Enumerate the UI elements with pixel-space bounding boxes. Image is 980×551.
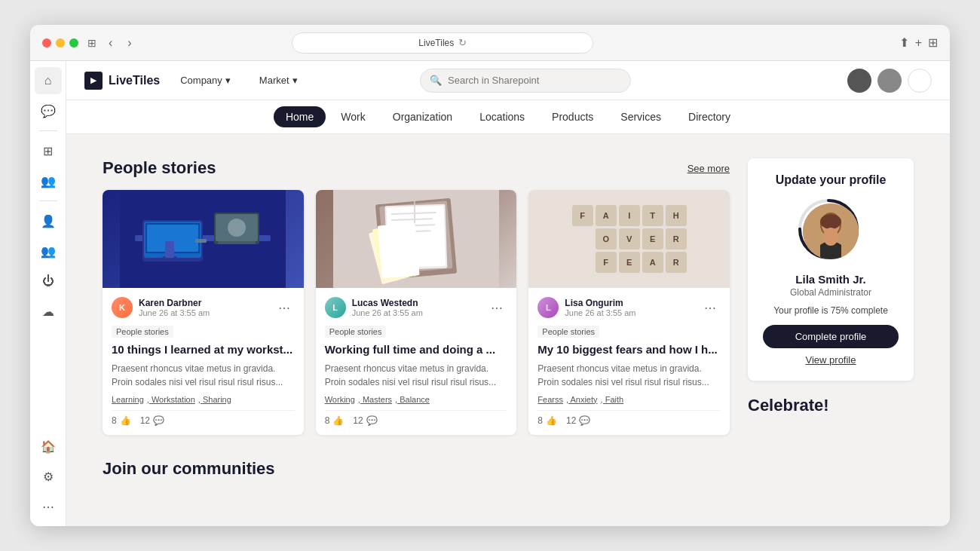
browser-toolbar: ⊞ ‹ › LiveTiles ↻ ⬆ + ⊞ bbox=[30, 25, 950, 61]
card-tag-faith[interactable]: , Faith bbox=[601, 395, 624, 404]
logo-area: ▶ LiveTiles bbox=[84, 72, 160, 90]
card-author-2: L Lucas Westedn June 26 at 3:55 am ⋯ bbox=[325, 297, 508, 318]
card-tag-fearss[interactable]: Fearss bbox=[537, 395, 563, 404]
faith-tile-E2: E bbox=[619, 252, 640, 273]
card-more-button-3[interactable]: ⋯ bbox=[700, 299, 721, 317]
sidebar-item-person[interactable]: 👤 bbox=[35, 207, 62, 234]
chevron-down-icon: ▾ bbox=[225, 75, 231, 86]
avatar-1[interactable] bbox=[847, 69, 871, 93]
logo-icon: ▶ bbox=[84, 72, 103, 90]
card-more-button-2[interactable]: ⋯ bbox=[486, 299, 507, 317]
company-button[interactable]: Company ▾ bbox=[172, 71, 239, 90]
card-tag-anxiety[interactable]: , Anxiety bbox=[566, 395, 598, 404]
reload-icon: ↻ bbox=[458, 37, 467, 48]
back-button[interactable]: ‹ bbox=[106, 33, 115, 53]
sidebar-item-power[interactable]: ⏻ bbox=[35, 268, 62, 295]
share-button[interactable]: ⬆ bbox=[899, 35, 909, 50]
nav-item-locations[interactable]: Locations bbox=[467, 106, 537, 127]
sidebar-item-community[interactable]: 🏠 bbox=[35, 433, 62, 460]
avatar-2[interactable] bbox=[877, 69, 902, 93]
sidebar-item-cloud[interactable]: ☁ bbox=[35, 298, 62, 325]
faith-tile-R: R bbox=[666, 228, 687, 249]
author-name-1: Karen Darbner bbox=[139, 298, 268, 308]
forward-button[interactable]: › bbox=[124, 33, 134, 53]
svg-rect-11 bbox=[195, 239, 207, 243]
card-likes-3: 8 👍 bbox=[537, 415, 557, 426]
comment-icon-3[interactable]: 💬 bbox=[579, 415, 590, 426]
sidebar-item-more[interactable]: ⋯ bbox=[35, 493, 62, 520]
card-tags-3: Fearss , Anxiety , Faith bbox=[537, 395, 721, 404]
nav-item-products[interactable]: Products bbox=[540, 106, 605, 127]
extensions-button[interactable]: ⊞ bbox=[928, 35, 938, 50]
card-tag-learning[interactable]: Learning bbox=[112, 395, 144, 404]
svg-rect-25 bbox=[378, 222, 420, 278]
see-more-link[interactable]: See more bbox=[688, 163, 730, 174]
author-info-1: Karen Darbner June 26 at 3:55 am bbox=[139, 298, 268, 317]
people-stories-title: People stories bbox=[103, 158, 216, 178]
svg-rect-12 bbox=[218, 241, 256, 244]
author-date-3: June 26 at 3:55 am bbox=[565, 308, 694, 317]
card-tag-workstation[interactable]: , Workstation bbox=[147, 395, 195, 404]
faith-tiles: F A I T H O V E R bbox=[572, 205, 687, 273]
sidebar-item-home[interactable]: ⌂ bbox=[35, 67, 62, 94]
sidebar-item-teams[interactable]: 👥 bbox=[35, 167, 62, 194]
celebrate-section: Celebrate! bbox=[748, 396, 914, 415]
card-tag-sharing[interactable]: , Sharing bbox=[198, 395, 231, 404]
card-image-3: F A I T H O V E R bbox=[528, 190, 730, 288]
faith-tile-F: F bbox=[572, 205, 593, 226]
like-icon-1[interactable]: 👍 bbox=[120, 415, 131, 426]
nav-items: Home Work Organization Locations Product… bbox=[262, 100, 755, 133]
card-more-button-1[interactable]: ⋯ bbox=[274, 299, 295, 317]
nav-item-organization[interactable]: Organization bbox=[381, 106, 464, 127]
complete-profile-button[interactable]: Complete profile bbox=[763, 325, 899, 348]
comment-icon-2[interactable]: 💬 bbox=[366, 415, 378, 426]
sidebar-toggle-button[interactable]: ⊞ bbox=[87, 37, 96, 49]
market-button[interactable]: Market ▾ bbox=[251, 71, 306, 90]
sidebar-divider-1 bbox=[39, 130, 57, 131]
sidebar-item-grid[interactable]: ⊞ bbox=[35, 137, 62, 164]
nav-item-work[interactable]: Work bbox=[329, 106, 377, 127]
comment-icon-1[interactable]: 💬 bbox=[153, 415, 164, 426]
svg-point-10 bbox=[228, 219, 246, 237]
card-title-2: Working full time and doing a ... bbox=[325, 342, 508, 357]
story-card-3: F A I T H O V E R bbox=[528, 190, 730, 435]
close-button[interactable] bbox=[42, 38, 51, 47]
faith-tile-T: T bbox=[642, 205, 663, 226]
nav-item-home[interactable]: Home bbox=[274, 106, 326, 127]
svg-point-31 bbox=[820, 214, 841, 229]
faith-tile-A: A bbox=[596, 205, 617, 226]
address-bar[interactable]: LiveTiles ↻ bbox=[292, 32, 593, 54]
card-tag-masters[interactable]: , Masters bbox=[358, 395, 392, 404]
author-info-3: Lisa Ongurim June 26 at 3:55 am bbox=[565, 298, 694, 317]
like-icon-3[interactable]: 👍 bbox=[546, 415, 557, 426]
view-profile-link[interactable]: View profile bbox=[763, 354, 899, 366]
search-bar[interactable]: 🔍 bbox=[420, 69, 631, 93]
people-stories-header: People stories See more bbox=[103, 158, 730, 178]
minimize-button[interactable] bbox=[56, 38, 65, 47]
traffic-lights bbox=[42, 38, 78, 47]
faith-tile-V: V bbox=[619, 228, 640, 249]
card-tag-label-2: People stories bbox=[325, 326, 387, 338]
sidebar-item-chat[interactable]: 💬 bbox=[35, 97, 62, 124]
card-title-3: My 10 biggest fears and how I h... bbox=[537, 342, 721, 357]
author-date-2: June 26 at 3:55 am bbox=[352, 308, 481, 317]
author-date-1: June 26 at 3:55 am bbox=[139, 308, 268, 317]
nav-item-services[interactable]: Services bbox=[608, 106, 673, 127]
search-input[interactable] bbox=[448, 75, 621, 86]
sidebar-item-settings[interactable]: ⚙ bbox=[35, 463, 62, 490]
faith-tile-I: I bbox=[619, 205, 640, 226]
card-tag-balance[interactable]: , Balance bbox=[395, 395, 430, 404]
like-icon-2[interactable]: 👍 bbox=[332, 415, 344, 426]
sidebar-item-people[interactable]: 👥 bbox=[35, 237, 62, 265]
bottom-sections: Join our communities bbox=[103, 459, 730, 488]
avatar-3[interactable] bbox=[908, 69, 932, 93]
author-avatar-2: L bbox=[325, 297, 346, 318]
maximize-button[interactable] bbox=[69, 38, 78, 47]
card-tag-working[interactable]: Working bbox=[325, 395, 355, 404]
faith-tile-F2: F bbox=[596, 252, 617, 273]
nav-item-directory[interactable]: Directory bbox=[676, 106, 743, 127]
new-tab-button[interactable]: + bbox=[915, 36, 922, 50]
card-tags-1: Learning , Workstation , Sharing bbox=[112, 395, 295, 404]
svg-rect-7 bbox=[165, 241, 174, 258]
sidebar-divider-2 bbox=[39, 201, 57, 201]
